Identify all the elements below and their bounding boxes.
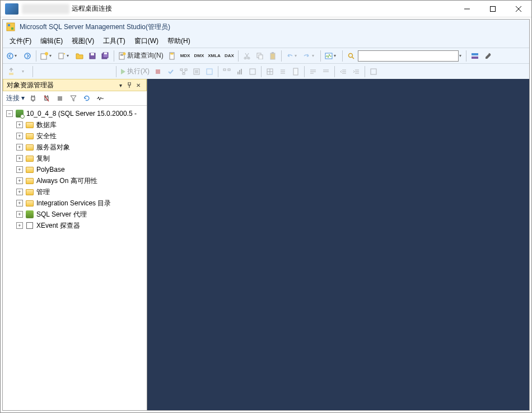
tree-node-4[interactable]: +PolyBase: [4, 164, 146, 175]
save-all-button[interactable]: [99, 50, 111, 62]
panel-dropdown-button[interactable]: ▾: [116, 81, 125, 90]
specify-values-button[interactable]: [367, 65, 380, 78]
save-icon: [89, 53, 96, 59]
results-file-button[interactable]: [290, 65, 302, 78]
save-button[interactable]: [86, 50, 99, 62]
redo-button[interactable]: ▾: [301, 50, 318, 62]
tree-root-server[interactable]: − 10_0_4_8 (SQL Server 15.0.2000.5 -: [4, 108, 146, 119]
expander-plus-icon[interactable]: +: [16, 121, 23, 128]
tree-item-label: 安全性: [36, 132, 57, 141]
menu-file[interactable]: 文件(F): [5, 35, 36, 47]
open-button[interactable]: [73, 50, 86, 62]
minimize-button[interactable]: [454, 1, 480, 17]
tree-node-8[interactable]: +SQL Server 代理: [4, 209, 146, 220]
intellisense-button[interactable]: [203, 65, 216, 78]
paste-button[interactable]: [267, 50, 279, 62]
panel-pin-button[interactable]: [125, 81, 134, 90]
tree-node-6[interactable]: +管理: [4, 186, 146, 198]
tree-node-9[interactable]: +XEvent 探查器: [4, 220, 146, 231]
display-plan-button[interactable]: [178, 65, 190, 78]
menu-tools[interactable]: 工具(T): [99, 35, 129, 47]
database-combo[interactable]: [35, 65, 114, 78]
redo-icon: [303, 53, 311, 59]
svg-rect-38: [183, 73, 185, 74]
cancel-query-button[interactable]: [152, 65, 164, 78]
change-connection-icon: [8, 68, 15, 76]
close-button[interactable]: [506, 1, 531, 17]
parse-button[interactable]: [165, 65, 177, 78]
connect-dropdown[interactable]: 连接 ▾: [6, 93, 25, 103]
expander-plus-icon[interactable]: +: [16, 222, 23, 229]
decrease-indent-button[interactable]: [337, 65, 349, 78]
tree-node-7[interactable]: +Integration Services 目录: [4, 198, 146, 209]
comment-icon: [310, 69, 316, 74]
expander-plus-icon[interactable]: +: [16, 155, 23, 162]
indent-icon: [353, 69, 360, 74]
dmx-query-button[interactable]: DMX: [192, 50, 206, 62]
dax-query-button[interactable]: DAX: [223, 50, 236, 62]
specify-values-icon: [370, 68, 377, 75]
tree-item-label: Always On 高可用性: [36, 176, 97, 186]
properties-button[interactable]: [482, 50, 494, 62]
activity-monitor-button[interactable]: ▾: [323, 50, 340, 62]
expander-plus-icon[interactable]: +: [16, 177, 23, 184]
menu-edit[interactable]: 编辑(E): [36, 35, 67, 47]
quick-launch-dropdown[interactable]: ▾: [459, 53, 464, 58]
uncomment-button[interactable]: [320, 65, 332, 78]
tree-node-2[interactable]: +服务器对象: [4, 142, 146, 153]
menu-help[interactable]: 帮助(H): [163, 35, 195, 47]
svg-rect-11: [59, 53, 63, 59]
refresh-button[interactable]: [82, 93, 92, 104]
change-connection-button[interactable]: [5, 65, 17, 78]
expander-plus-icon[interactable]: +: [16, 166, 23, 173]
tree-node-3[interactable]: +复制: [4, 153, 146, 164]
database-engine-query-button[interactable]: [166, 50, 178, 62]
results-grid-button[interactable]: [264, 65, 276, 78]
comment-button[interactable]: [307, 65, 319, 78]
maximize-button[interactable]: [480, 1, 506, 17]
tree-node-5[interactable]: +Always On 高可用性: [4, 175, 146, 186]
svg-point-24: [248, 57, 250, 59]
nav-forward-button[interactable]: [21, 50, 34, 62]
cut-button[interactable]: [241, 50, 253, 62]
disconnect-button[interactable]: [41, 93, 52, 104]
new-item-button[interactable]: ▾: [56, 50, 73, 62]
panel-close-button[interactable]: ✕: [134, 81, 143, 90]
registered-servers-button[interactable]: [469, 50, 481, 62]
panel-header: 对象资源管理器 ▾ ✕: [3, 79, 147, 91]
menu-window[interactable]: 窗口(W): [130, 35, 163, 47]
include-plan-button[interactable]: [221, 65, 233, 78]
available-databases-dropdown[interactable]: ▾: [18, 65, 30, 78]
new-project-button[interactable]: ▾: [39, 50, 55, 62]
expander-plus-icon[interactable]: +: [16, 144, 23, 151]
quick-launch-input[interactable]: [358, 50, 459, 62]
tree-node-0[interactable]: +数据库: [4, 119, 146, 130]
expander-plus-icon[interactable]: +: [16, 133, 23, 139]
expander-plus-icon[interactable]: +: [16, 211, 23, 218]
increase-indent-button[interactable]: [350, 65, 362, 78]
activity-button[interactable]: [95, 93, 105, 104]
new-query-button[interactable]: 新建查询(N): [116, 50, 165, 62]
live-stats-button[interactable]: [246, 65, 259, 78]
expander-minus-icon[interactable]: −: [6, 110, 13, 117]
stop-button[interactable]: [55, 93, 65, 104]
tree-node-1[interactable]: +安全性: [4, 130, 146, 142]
undo-button[interactable]: ▾: [284, 50, 301, 62]
menu-view[interactable]: 视图(V): [67, 35, 99, 47]
results-text-button[interactable]: [277, 65, 289, 78]
copy-button[interactable]: [254, 50, 266, 62]
circle-forward-icon: [24, 53, 31, 59]
expander-plus-icon[interactable]: +: [16, 189, 23, 195]
mdx-query-button[interactable]: MDX: [179, 50, 192, 62]
xmla-query-button[interactable]: XMLA: [206, 50, 222, 62]
expander-plus-icon[interactable]: +: [16, 200, 23, 206]
execute-button[interactable]: 执行(X): [119, 65, 151, 78]
svg-rect-47: [228, 69, 230, 71]
filter-button[interactable]: [68, 93, 78, 104]
connect-button[interactable]: [28, 93, 38, 104]
include-stats-button[interactable]: [234, 65, 246, 78]
nav-back-button[interactable]: ▾: [5, 50, 21, 62]
find-button[interactable]: [345, 50, 357, 62]
live-stats-icon: [249, 68, 256, 75]
query-options-button[interactable]: [190, 65, 203, 78]
